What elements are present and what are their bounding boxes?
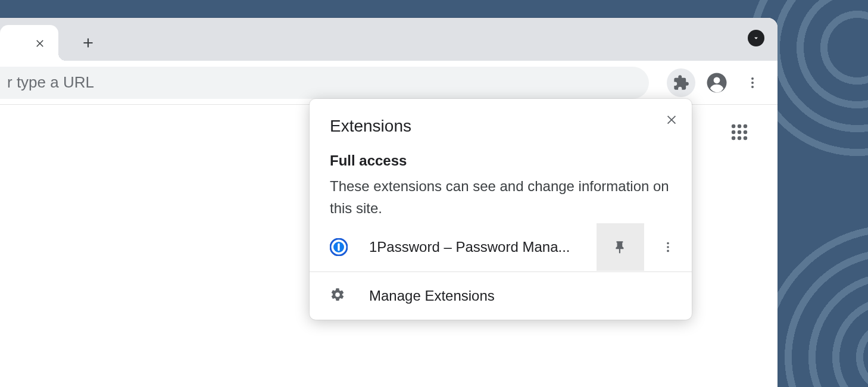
close-tab-button[interactable] <box>33 36 46 49</box>
extension-more-button[interactable] <box>644 223 692 271</box>
svg-point-7 <box>744 124 748 129</box>
kebab-icon <box>661 241 675 254</box>
section-description: These extensions can see and change info… <box>330 175 672 219</box>
puzzle-icon <box>673 74 689 91</box>
pin-extension-button[interactable] <box>597 223 644 271</box>
profile-button[interactable] <box>702 68 731 97</box>
tab-strip <box>0 18 778 61</box>
svg-point-18 <box>667 246 669 249</box>
svg-point-11 <box>732 136 736 141</box>
gear-icon <box>330 287 348 305</box>
svg-point-13 <box>744 136 748 141</box>
grid-icon <box>729 122 750 142</box>
close-icon <box>35 38 45 48</box>
search-tabs-button[interactable] <box>748 30 764 46</box>
chevron-down-icon <box>752 34 760 42</box>
svg-point-3 <box>751 82 754 84</box>
browser-menu-button[interactable] <box>738 68 767 97</box>
svg-point-17 <box>667 242 669 245</box>
active-tab[interactable] <box>0 25 58 61</box>
toolbar-actions <box>667 68 767 97</box>
kebab-icon <box>745 76 760 90</box>
svg-point-8 <box>732 130 736 135</box>
popup-title: Extensions <box>330 117 672 136</box>
onepassword-icon <box>330 238 348 256</box>
svg-point-10 <box>744 130 748 135</box>
extension-row[interactable]: 1Password – Password Mana... <box>310 223 692 271</box>
manage-extensions-button[interactable]: Manage Extensions <box>310 272 692 320</box>
popup-section: Full access These extensions can see and… <box>310 142 692 223</box>
svg-point-9 <box>738 130 742 135</box>
svg-rect-16 <box>338 244 339 251</box>
address-bar[interactable] <box>0 67 649 99</box>
svg-point-19 <box>667 250 669 252</box>
svg-point-1 <box>714 77 720 83</box>
svg-point-5 <box>732 124 736 129</box>
pin-icon <box>613 239 628 255</box>
plus-icon <box>80 35 96 51</box>
extensions-popup: Extensions Full access These extensions … <box>310 99 692 320</box>
toolbar <box>0 61 778 105</box>
extensions-button[interactable] <box>667 68 695 97</box>
popup-header: Extensions <box>310 99 692 142</box>
manage-extensions-label: Manage Extensions <box>369 288 495 304</box>
section-heading: Full access <box>330 152 672 169</box>
extension-name: 1Password – Password Mana... <box>369 239 597 255</box>
svg-point-6 <box>738 124 742 129</box>
user-icon <box>706 72 728 93</box>
address-input[interactable] <box>7 73 649 92</box>
close-icon <box>665 113 678 126</box>
svg-point-4 <box>751 86 754 88</box>
svg-point-2 <box>751 77 754 80</box>
svg-point-12 <box>738 136 742 141</box>
apps-shortcut-button[interactable] <box>726 119 753 145</box>
popup-close-button[interactable] <box>662 110 681 129</box>
new-tab-button[interactable] <box>75 30 101 56</box>
